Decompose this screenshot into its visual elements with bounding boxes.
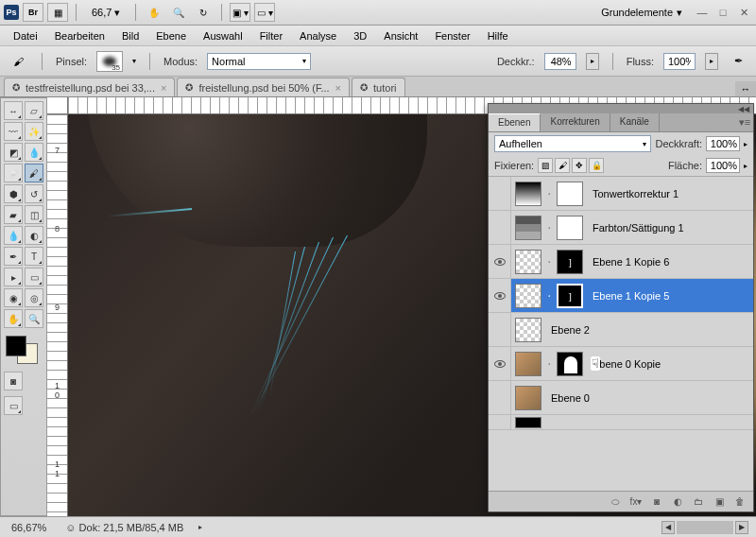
lock-position-icon[interactable]: ✥ bbox=[572, 158, 587, 173]
chevron-right-icon[interactable]: ▸ bbox=[744, 140, 747, 148]
layer-thumb[interactable] bbox=[515, 417, 541, 428]
photoshop-app-icon[interactable]: Ps bbox=[4, 5, 19, 20]
delete-layer-icon[interactable]: 🗑 bbox=[732, 495, 747, 509]
layer-name[interactable]: Ebene 0 Kopie bbox=[587, 358, 753, 370]
visibility-toggle[interactable] bbox=[489, 279, 511, 312]
lasso-tool[interactable]: 〰 bbox=[4, 122, 23, 141]
visibility-toggle[interactable] bbox=[489, 177, 511, 210]
close-icon[interactable]: × bbox=[161, 82, 166, 94]
pan-tool-icon[interactable]: ✋ bbox=[144, 3, 164, 22]
new-layer-icon[interactable]: ▣ bbox=[712, 495, 727, 509]
opacity-input[interactable] bbox=[544, 53, 576, 70]
new-group-icon[interactable]: 🗀 bbox=[691, 495, 706, 509]
blur-tool[interactable]: 💧 bbox=[4, 226, 23, 245]
menu-analyse[interactable]: Analyse bbox=[292, 30, 344, 42]
layer-row[interactable]: ⬝ Farbton/Sättigung 1 bbox=[489, 211, 753, 245]
mini-bridge-button[interactable]: ▦ bbox=[47, 3, 68, 22]
foreground-color-swatch[interactable] bbox=[6, 336, 26, 356]
close-button[interactable]: ✕ bbox=[737, 6, 750, 19]
mask-thumb[interactable] bbox=[557, 182, 583, 206]
scroll-left-icon[interactable]: ◀ bbox=[662, 521, 675, 534]
zoom-tool-icon[interactable]: 🔍 bbox=[168, 3, 189, 22]
menu-3d[interactable]: 3D bbox=[346, 30, 374, 42]
flow-input[interactable] bbox=[663, 53, 696, 70]
quickmask-button[interactable]: ◙ bbox=[4, 372, 23, 390]
minimize-button[interactable]: — bbox=[696, 6, 709, 19]
mask-thumb[interactable] bbox=[557, 216, 583, 240]
crop-tool[interactable]: ◩ bbox=[4, 143, 23, 162]
lock-transparency-icon[interactable]: ▨ bbox=[538, 158, 553, 173]
layer-fx-icon[interactable]: fx▾ bbox=[628, 495, 644, 509]
menu-ebene[interactable]: Ebene bbox=[148, 30, 194, 42]
tab-kanaele[interactable]: Kanäle bbox=[610, 113, 660, 131]
adjustment-thumb[interactable] bbox=[515, 216, 541, 240]
layer-row[interactable]: Ebene 0 bbox=[489, 381, 753, 415]
layer-row[interactable]: ⬝ Tonwertkorrektur 1 bbox=[489, 177, 753, 211]
ruler-vertical[interactable]: 7 8 9 1 0 1 1 bbox=[47, 114, 68, 516]
menu-datei[interactable]: Datei bbox=[6, 30, 45, 42]
status-zoom[interactable]: 66,67% bbox=[8, 522, 50, 533]
menu-auswahl[interactable]: Auswahl bbox=[196, 30, 250, 42]
opacity-flyout-icon[interactable]: ▸ bbox=[586, 53, 599, 70]
adjustment-thumb[interactable] bbox=[515, 182, 541, 206]
menu-filter[interactable]: Filter bbox=[252, 30, 290, 42]
zoom-readout[interactable]: 66,7 ▾ bbox=[84, 7, 128, 19]
type-tool[interactable]: T bbox=[25, 247, 43, 266]
move-tool[interactable]: ↔ bbox=[4, 101, 23, 120]
heal-tool[interactable]: 🩹 bbox=[4, 164, 23, 182]
maximize-button[interactable]: □ bbox=[716, 6, 730, 19]
layer-row[interactable]: ⬝] Ebene 1 Kopie 6 bbox=[489, 245, 753, 279]
add-mask-icon[interactable]: ◙ bbox=[649, 495, 664, 509]
menu-fenster[interactable]: Fenster bbox=[427, 30, 477, 42]
layer-blend-mode-dropdown[interactable]: Aufhellen▾ bbox=[494, 135, 651, 152]
stamp-tool[interactable]: ⬢ bbox=[4, 184, 23, 203]
chevron-right-icon[interactable]: ▸ bbox=[198, 523, 202, 531]
layer-opacity-input[interactable] bbox=[706, 136, 740, 151]
magic-wand-tool[interactable]: ✨ bbox=[25, 122, 43, 141]
brush-tool[interactable]: 🖌 bbox=[25, 164, 43, 182]
link-layers-icon[interactable]: ⬭ bbox=[608, 495, 623, 509]
document-tab[interactable]: ✪ testfreistellung.psd bei 33,...× bbox=[4, 78, 175, 96]
layer-thumb[interactable] bbox=[515, 352, 541, 376]
mask-thumb[interactable]: ] bbox=[557, 284, 583, 308]
chevron-down-icon[interactable]: ▾ bbox=[132, 57, 136, 65]
layer-name[interactable]: Ebene 1 Kopie 5 bbox=[587, 290, 753, 302]
layer-thumb[interactable] bbox=[515, 250, 541, 274]
lock-all-icon[interactable]: 🔒 bbox=[589, 158, 604, 173]
3d-camera-tool[interactable]: ◎ bbox=[25, 288, 43, 307]
eraser-tool[interactable]: ▰ bbox=[4, 205, 23, 224]
layer-name[interactable]: Ebene 2 bbox=[545, 324, 753, 336]
brush-tool-icon[interactable]: 🖌 bbox=[8, 51, 28, 72]
gradient-tool[interactable]: ◫ bbox=[25, 205, 43, 224]
layer-row[interactable] bbox=[489, 415, 753, 430]
layer-name[interactable]: Ebene 1 Kopie 6 bbox=[587, 256, 753, 268]
status-doc-size[interactable]: ☺ Dok: 21,5 MB/85,4 MB bbox=[61, 522, 187, 533]
screen-mode-button[interactable]: ▭ ▾ bbox=[254, 3, 275, 22]
document-tab[interactable]: ✪ tutori bbox=[352, 78, 404, 96]
shape-tool[interactable]: ▭ bbox=[25, 268, 43, 286]
layer-thumb[interactable] bbox=[515, 284, 541, 308]
menu-hilfe[interactable]: Hilfe bbox=[480, 30, 516, 42]
lock-pixels-icon[interactable]: 🖌 bbox=[555, 158, 570, 173]
ruler-origin[interactable] bbox=[47, 97, 68, 114]
layer-row[interactable]: ⬝] Ebene 1 Kopie 5 bbox=[489, 279, 753, 313]
fill-input[interactable] bbox=[706, 158, 740, 173]
dodge-tool[interactable]: ◐ bbox=[25, 226, 43, 245]
path-select-tool[interactable]: ▸ bbox=[4, 268, 23, 286]
pen-tool[interactable]: ✒ bbox=[4, 247, 23, 266]
layer-thumb[interactable] bbox=[515, 386, 541, 410]
tab-ebenen[interactable]: Ebenen bbox=[489, 113, 541, 131]
layer-name[interactable]: Farbton/Sättigung 1 bbox=[587, 222, 753, 234]
flow-flyout-icon[interactable]: ▸ bbox=[705, 53, 718, 70]
new-adjustment-icon[interactable]: ◐ bbox=[670, 495, 685, 509]
close-icon[interactable]: × bbox=[335, 82, 341, 94]
mask-thumb[interactable]: ] bbox=[557, 250, 583, 274]
rotate-view-icon[interactable]: ↻ bbox=[193, 3, 214, 22]
history-brush-tool[interactable]: ↺ bbox=[25, 184, 43, 203]
visibility-toggle[interactable] bbox=[489, 347, 511, 380]
layer-name[interactable]: Tonwertkorrektur 1 bbox=[587, 188, 753, 199]
eyedropper-tool[interactable]: 💧 bbox=[25, 143, 43, 162]
visibility-toggle[interactable] bbox=[489, 245, 511, 278]
mask-thumb[interactable] bbox=[557, 352, 583, 376]
airbrush-icon[interactable]: ✒ bbox=[728, 51, 748, 72]
